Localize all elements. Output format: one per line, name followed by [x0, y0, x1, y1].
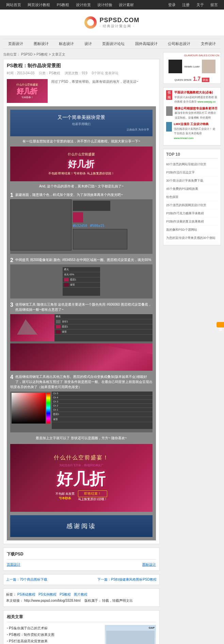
message-link[interactable]: 留言 — [210, 3, 218, 7]
logo-title: PSPSD.COM — [99, 17, 139, 24]
download-section: 下载PSD 页面设计 图标设计 — [3, 548, 160, 571]
top10-item[interactable]: 45个免费的PS滤镜效果 — [166, 185, 218, 193]
nav-link[interactable]: 页面设计论坛 — [102, 41, 125, 46]
top10-item[interactable]: PS制作流行花边文字 — [166, 169, 218, 177]
main-nav: 页面设计 图标设计 标志设计 设计 页面设计论坛 国外高端设计 公司标志设计 文… — [3, 39, 221, 49]
promo-item[interactable]: 视频教程 平面设计视频教程大全(必备) 平面设计从0基础到精通全套教程 最佳教程… — [166, 90, 218, 104]
site-header: PSPSD.COM · 经典设计聚合网 · — [0, 10, 224, 35]
login-link[interactable]: 登录 — [168, 3, 176, 7]
nav-link[interactable]: 设计 — [84, 41, 92, 46]
top10-item[interactable]: 30个简洁设计字体免费下载 — [166, 177, 218, 185]
article-title: PS教程：制作晶块背景图 — [7, 63, 156, 69]
tags-section: 标签： PS基础教程 PS实例教程 PS教程 图片教程 本文链接： http:/… — [3, 588, 160, 607]
showcase-image: 什么什么空前盛宴 好几折 不包邮 即将结束！亏本秒杀 马上恢复原价切回！ — [10, 147, 153, 181]
about-link[interactable]: 关于 — [196, 3, 204, 7]
download-link[interactable]: 图标设计 — [142, 562, 156, 567]
next-link[interactable]: 下一篇：PS扫描健康风格图标PSD教程 — [97, 577, 157, 582]
tag-link[interactable]: 图片教程 — [74, 593, 87, 596]
prev-link[interactable]: 上一篇：70个商品图标下载 — [6, 577, 47, 582]
related-section: 相关文章 PS集你属于自己的艺术标 PS教程：制作霓虹灯效果文图 PS打造高级亮… — [3, 610, 160, 644]
register-link[interactable]: 注册 — [182, 3, 190, 7]
comments-link[interactable]: 0个评论 — [92, 71, 104, 75]
download-title: 下载PSD — [7, 551, 156, 559]
tutorial-title: 又一个简单美丽块背景 — [14, 114, 149, 121]
nav-link[interactable]: 公司标志设计 — [168, 41, 190, 46]
nav-link[interactable]: 标志设计 — [59, 41, 74, 46]
top10-item[interactable]: 为您的宣传设计带来灵感的30个例站 — [166, 234, 218, 242]
breadcrumb-link[interactable]: PS教程 — [36, 52, 48, 56]
topnav-link[interactable]: 网页设计教程 — [28, 3, 50, 7]
topnav-link[interactable]: 设计欣赏 — [76, 3, 91, 7]
related-list: PS集你属于自己的艺术标 PS教程：制作霓虹灯效果文图 PS打造高级亮化背景效果… — [7, 625, 101, 644]
breadcrumb: 当前位置： PSPSD > PS教程 > 文章正文 — [3, 52, 160, 57]
breadcrumb-link[interactable]: PSPSD — [21, 52, 33, 56]
tag-link[interactable]: PS实例教程 — [38, 593, 57, 596]
nav-link[interactable]: 国外高端设计 — [135, 41, 158, 46]
logo-subtitle: · 经典设计聚合网 · — [99, 24, 139, 29]
nav-link[interactable]: 图标设计 — [34, 41, 49, 46]
pager: 上一篇：70个商品图标下载 下一篇：PS扫描健康风格图标PSD教程 — [3, 574, 160, 585]
top10-box: TOP 10 60个漂亮的网站导航设计欣赏 PS制作流行花边文字 30个简洁设计… — [163, 149, 221, 245]
nav-link[interactable]: 页面设计 — [8, 41, 23, 46]
article-thumb: 什么什么空前盛宴 好几折 亏本秒杀！ — [7, 79, 48, 103]
top10-item[interactable]: 绘色保留 — [166, 193, 218, 201]
nav-link[interactable]: 文件设计 — [201, 41, 216, 46]
promo-box: 视频教程 平面设计视频教程大全(必备) 平面设计从0基础到精通全套教程 最佳教程… — [163, 87, 221, 145]
top10-item[interactable]: 25个漂亮的韩国网页设计欣赏 — [166, 201, 218, 210]
share-button[interactable]: 分享 — [217, 322, 224, 327]
related-link[interactable]: PS教程：制作霓虹灯效果文图 — [9, 633, 54, 637]
article: PS教程：制作晶块背景图 时间：2013-04-03 分类：PS教程 浏览次数：… — [3, 59, 160, 544]
sidebar-ad-gap[interactable]: GAP SUMMER SALE 7/4-7/10 精选服饰5折起 指定服饰单件拍… — [105, 625, 156, 644]
tutorial-content: 又一个简单美丽块背景 给新手用哦们 正由自天 为分分享 有一位朋友想知道这个背景… — [7, 106, 156, 540]
top10-item[interactable]: 面的像和PSD个源网站 — [166, 226, 218, 234]
topnav-link[interactable]: 网站首页 — [6, 3, 21, 7]
promo-item[interactable]: 楼体公司根据您专业服务更详尽 极顶专利专业技术团队打工 绝图企业定制权。设备精帐… — [166, 106, 218, 120]
logo-icon — [84, 16, 97, 29]
top10-item[interactable]: PS制作淡黄的复古效果教程 — [166, 218, 218, 226]
thanks-block: 感谢阅读 — [10, 515, 153, 537]
final-showcase: 什么什么空前盛宴！ 为纪念吉白飞字体，感/他回忆保反广 好几折 不包邮 未发票 … — [10, 444, 153, 512]
topbar-left: 网站首页 网页设计教程 PS教程 设计欣赏 设计经验 设计素材 — [3, 0, 137, 10]
ad-glamour[interactable]: GLAMOUR-SALES.COM.CN Metallic Luster QUE… — [163, 52, 221, 84]
reply-link[interactable]: 发表评论 — [105, 71, 118, 75]
related-link[interactable]: PS打造高级亮化背景效果 — [9, 639, 47, 643]
related-link[interactable]: PS集你属于自己的艺术标 — [9, 626, 47, 630]
topnav-link[interactable]: 设计素材 — [119, 3, 134, 7]
tag-link[interactable]: PS基础教程 — [17, 593, 35, 596]
intro-text: 用过了PSD，希望有帮助。如果有错误的地方，还请见谅~ — [51, 79, 156, 85]
topbar-right: 登录 注册 关于 留言 — [165, 0, 221, 10]
article-meta: 时间：2013-04-03 分类：PS教程 浏览次数：919 0个评论 发表评论 — [7, 71, 156, 76]
download-link[interactable]: 页面设计 — [7, 562, 20, 567]
top10-item[interactable]: 60个漂亮的网站导航设计欣赏 — [166, 160, 218, 169]
topnav-link[interactable]: PS教程 — [57, 3, 69, 7]
top10-item[interactable]: PS制作巧克力糖果字体教程 — [166, 210, 218, 218]
topnav-link[interactable]: 设计经验 — [97, 3, 112, 7]
promo-item[interactable]: LMX注项目 工业设计特典 强烈推荐设计美国的工业设计！ 处于百线合 首次来原检… — [166, 122, 218, 140]
tag-link[interactable]: PS教程 — [60, 593, 71, 596]
